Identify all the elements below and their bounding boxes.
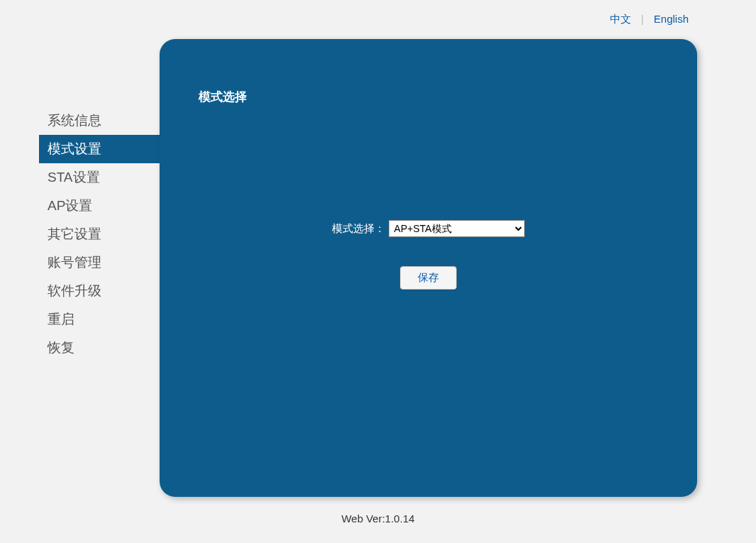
mode-select[interactable]: AP+STA模式	[389, 220, 525, 237]
language-bar: 中文 | English	[610, 13, 689, 26]
mode-label: 模式选择：	[332, 222, 385, 236]
footer-version: Web Ver:1.0.14	[0, 512, 756, 525]
sidebar-nav: 系统信息 模式设置 STA设置 AP设置 其它设置 账号管理 软件升级 重启 恢…	[39, 106, 160, 362]
lang-english-link[interactable]: English	[654, 13, 689, 25]
lang-chinese-link[interactable]: 中文	[610, 13, 631, 25]
sidebar-item-account-mgmt[interactable]: 账号管理	[39, 248, 160, 277]
main-panel: 模式选择 模式选择： AP+STA模式 保存	[160, 39, 697, 497]
mode-row: 模式选择： AP+STA模式	[160, 220, 697, 237]
sidebar-item-ap-settings[interactable]: AP设置	[39, 192, 160, 220]
save-button[interactable]: 保存	[400, 266, 457, 290]
save-row: 保存	[160, 266, 697, 290]
sidebar-item-mode-settings[interactable]: 模式设置	[39, 135, 160, 163]
lang-separator: |	[641, 13, 644, 25]
sidebar-item-software-upgrade[interactable]: 软件升级	[39, 277, 160, 305]
sidebar-item-restore[interactable]: 恢复	[39, 334, 160, 362]
sidebar-item-other-settings[interactable]: 其它设置	[39, 220, 160, 248]
panel-title: 模式选择	[160, 39, 697, 105]
sidebar-item-system-info[interactable]: 系统信息	[39, 106, 160, 135]
sidebar-item-reboot[interactable]: 重启	[39, 305, 160, 334]
sidebar-item-sta-settings[interactable]: STA设置	[39, 163, 160, 192]
